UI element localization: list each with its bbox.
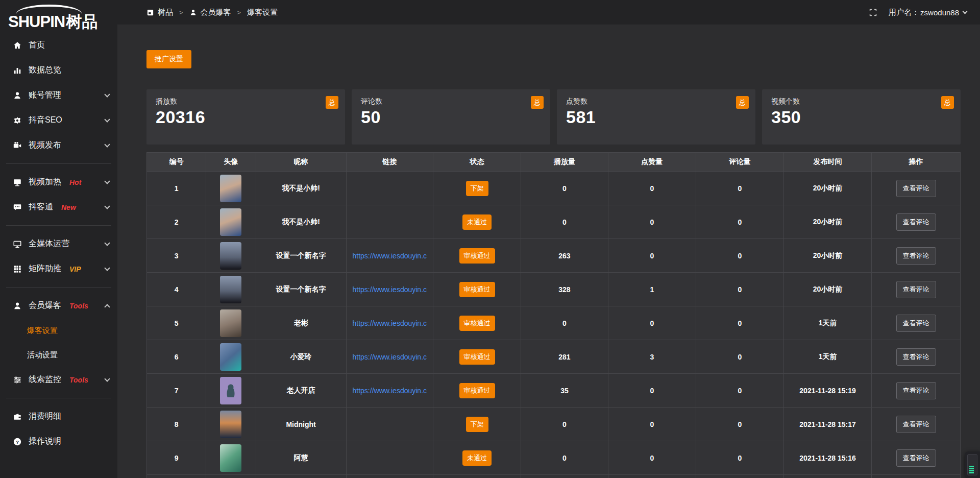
sidebar-item-member-baoke[interactable]: 会员爆客Tools	[0, 293, 117, 318]
status-button[interactable]: 审核通过	[459, 383, 495, 398]
status-button[interactable]: 未通过	[462, 450, 492, 466]
col-header-nickname: 昵称	[256, 153, 346, 172]
cell-plays	[521, 475, 608, 478]
sidebar-item-tag: Tools	[69, 376, 88, 384]
table-row: 8Midnight下架0002021-11-28 15:17查看评论	[147, 408, 961, 441]
cell-id: 5	[147, 306, 206, 340]
sidebar-item-data-overview[interactable]: 数据总览	[0, 58, 117, 83]
cell-time: 20小时前	[784, 205, 872, 239]
fullscreen-icon[interactable]	[869, 8, 877, 17]
breadcrumb-item-member-baoke[interactable]: 会员爆客	[189, 8, 231, 17]
sidebar-item-label: 全媒体运营	[29, 238, 69, 249]
cell-id	[147, 475, 206, 478]
cell-likes: 1	[608, 273, 696, 306]
video-link[interactable]: https://www.iesdouyin.c	[353, 319, 427, 327]
cell-id: 8	[147, 408, 206, 441]
cell-action	[872, 475, 961, 478]
view-comments-button[interactable]: 查看评论	[896, 382, 936, 399]
video-link[interactable]: https://www.iesdouyin.c	[353, 353, 427, 361]
sidebar-item-label: 首页	[29, 40, 45, 51]
sidebar-item-label: 抖客通	[29, 202, 53, 212]
cell-time: 20小时前	[784, 172, 872, 205]
view-comments-button[interactable]: 查看评论	[896, 348, 936, 366]
sidebar-item-matrix-boost[interactable]: 矩阵助推VIP	[0, 256, 117, 281]
cell-status: 下架	[433, 408, 521, 441]
cell-nickname: 我不是小帅!	[256, 172, 346, 205]
view-comments-button[interactable]: 查看评论	[896, 315, 936, 332]
video-link[interactable]: https://www.iesdouyin.c	[353, 387, 427, 395]
chevron-down-icon	[104, 203, 110, 209]
sidebar-item-operation-guide[interactable]: ?操作说明	[0, 429, 117, 454]
sidebar-item-label: 会员爆客	[29, 300, 61, 311]
app-square-icon	[146, 9, 154, 16]
user-menu[interactable]: 用户名：zswodun88	[889, 8, 967, 17]
sidebar-item-douketong[interactable]: 抖客通New	[0, 195, 117, 220]
cell-id: 4	[147, 273, 206, 306]
breadcrumb-item-shupin[interactable]: 树品	[146, 8, 173, 17]
view-comments-button[interactable]: 查看评论	[896, 449, 936, 467]
sidebar-item-video-publish[interactable]: 视频发布	[0, 133, 117, 158]
cell-likes: 0	[608, 408, 696, 441]
status-button[interactable]: 未通过	[462, 214, 492, 230]
cell-nickname	[256, 475, 346, 478]
sidebar-item-douyin-seo[interactable]: 抖音SEO	[0, 108, 117, 133]
status-button[interactable]: 下架	[466, 417, 488, 432]
view-comments-button[interactable]: 查看评论	[896, 247, 936, 265]
total-badge: 总	[531, 96, 544, 109]
stat-label: 视频个数	[771, 97, 951, 106]
sidebar-item-media-operation[interactable]: 全媒体运营	[0, 231, 117, 256]
cell-nickname: 小爱玲	[256, 340, 346, 374]
sidebar-item-video-heat[interactable]: 视频加热Hot	[0, 170, 117, 195]
sidebar-item-label: 消费明细	[29, 411, 61, 422]
status-button[interactable]: 审核通过	[459, 349, 495, 365]
sidebar-item-clue-monitor[interactable]: 线索监控Tools	[0, 367, 117, 392]
status-button[interactable]: 审核通过	[459, 316, 495, 331]
col-header-likes: 点赞量	[608, 153, 696, 172]
sidebar-item-consume-detail[interactable]: 消费明细	[0, 404, 117, 429]
cell-plays: 0	[521, 306, 608, 340]
view-comments-button[interactable]: 查看评论	[896, 213, 936, 231]
cell-status	[433, 475, 521, 478]
sidebar-item-account-management[interactable]: 账号管理	[0, 83, 117, 108]
cell-link: https://www.iesdouyin.c	[346, 239, 433, 273]
sidebar-item-label: 矩阵助推	[29, 264, 61, 274]
video-link[interactable]: https://www.iesdouyin.c	[353, 252, 427, 260]
cell-nickname: 老彬	[256, 306, 346, 340]
view-comments-button[interactable]: 查看评论	[896, 180, 936, 197]
floating-widget[interactable]	[965, 451, 980, 478]
cell-link	[346, 441, 433, 475]
status-button[interactable]: 审核通过	[459, 282, 495, 297]
cell-status: 审核通过	[433, 239, 521, 273]
home-icon	[12, 40, 22, 51]
cell-link	[346, 408, 433, 441]
stat-label: 播放数	[156, 97, 336, 106]
view-comments-button[interactable]: 查看评论	[896, 281, 936, 298]
logo-text: SHUPIN树品	[8, 11, 117, 33]
view-comments-button[interactable]: 查看评论	[896, 416, 936, 433]
promo-settings-button[interactable]: 推广设置	[146, 50, 191, 68]
sidebar-subitem-activity-settings[interactable]: 活动设置	[0, 343, 117, 367]
cell-avatar	[206, 441, 256, 475]
table-row: 4设置一个新名字https://www.iesdouyin.c审核通过32810…	[147, 273, 961, 306]
status-button[interactable]: 下架	[466, 181, 488, 196]
col-header-id: 编号	[147, 153, 206, 172]
cell-avatar	[206, 306, 256, 340]
status-button[interactable]: 审核通过	[459, 248, 495, 264]
cell-status: 审核通过	[433, 374, 521, 408]
cell-status: 审核通过	[433, 273, 521, 306]
stat-card-comments: 评论数 50 总	[352, 89, 550, 145]
video-link[interactable]: https://www.iesdouyin.c	[353, 285, 427, 294]
sidebar-menu: 首页数据总览账号管理抖音SEO视频发布视频加热Hot抖客通New全媒体运营矩阵助…	[0, 33, 117, 454]
brand-logo[interactable]: SHUPIN树品	[0, 0, 117, 33]
sidebar-item-home[interactable]: 首页	[0, 33, 117, 58]
member-icon	[12, 301, 22, 311]
table-row: 2我不是小帅!未通过00020小时前查看评论	[147, 205, 961, 239]
cell-id: 9	[147, 441, 206, 475]
avatar	[220, 276, 241, 303]
sidebar-subitem-baoke-settings[interactable]: 爆客设置	[0, 318, 117, 343]
chevron-down-icon	[104, 376, 110, 381]
sliders-icon	[12, 375, 22, 385]
cell-link: https://www.iesdouyin.c	[346, 273, 433, 306]
logo-text-en: SHUPIN	[8, 13, 65, 31]
main-area: 树品 > 会员爆客 > 爆客设置 用户名：zswodun88	[117, 0, 980, 478]
